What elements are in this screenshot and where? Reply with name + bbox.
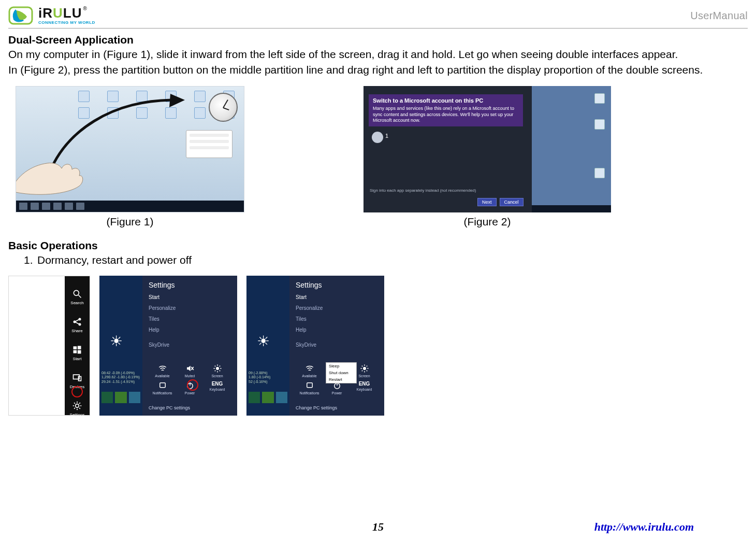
settings-figure-2: ☀ 09 (-2.88%) 1.80 (-0.14%) 52 (-0.16%) …: [246, 276, 384, 416]
svg-rect-7: [78, 346, 81, 350]
svg-rect-6: [74, 346, 77, 349]
wifi-status: Available: [149, 364, 176, 378]
weather-icon: ☀: [257, 333, 270, 350]
figure-2-caption: (Figure 2): [463, 216, 511, 228]
notifications-icon: [158, 381, 167, 390]
power-menu-shutdown: Shut down: [326, 369, 356, 376]
settings-wifi: SkyDrive: [296, 342, 378, 348]
next-button: Next: [477, 198, 497, 206]
page-header: iRULU® CONNECTING MY WORLD UserManual: [8, 4, 748, 27]
power-menu: Sleep Shut down Restart: [326, 362, 357, 383]
page-footer: 15 http://www.irulu.com: [0, 520, 756, 534]
settings-opt-personalize: Personalize: [149, 305, 231, 311]
settings-opt-tiles: Tiles: [296, 316, 378, 322]
settings-opt-start: Start: [149, 294, 231, 300]
windows-icon: [72, 345, 82, 355]
settings-opt-personalize: Personalize: [296, 305, 378, 311]
doc-title: UserManual: [690, 10, 748, 22]
brand-name: iRULU®: [38, 6, 95, 20]
share-icon: [72, 317, 82, 327]
settings-opt-help: Help: [296, 327, 378, 333]
brand-tagline: CONNECTING MY WORLD: [38, 21, 95, 25]
dual-screen-para-1: On my computer in (Figure 1), slide it i…: [8, 47, 748, 62]
hand-gesture-icon: [16, 139, 83, 196]
footer-url: http://www.irulu.com: [594, 520, 694, 534]
svg-point-21: [363, 367, 366, 370]
page-number: 15: [372, 520, 384, 534]
charms-bar-figure: Search Share Start Devices Settings: [8, 276, 90, 416]
devices-icon: [72, 373, 82, 383]
wifi-status: Available: [296, 364, 323, 378]
notifications-status: Notifications: [149, 381, 176, 395]
svg-rect-9: [78, 350, 81, 354]
svg-rect-22: [307, 383, 312, 388]
list-item-text: Dormancy, restart and power off: [37, 254, 192, 266]
brightness-icon: [360, 364, 369, 373]
weather-icon: ☀: [110, 333, 123, 350]
figure-1-caption: (Figure 1): [106, 216, 153, 228]
search-icon: [72, 289, 82, 299]
settings-wifi: SkyDrive: [149, 342, 231, 348]
notifications-icon: [305, 381, 314, 390]
figure-2-image: Switch to a Microsoft account on this PC…: [364, 86, 611, 212]
highlight-ring-icon: [187, 379, 198, 391]
change-pc-settings: Change PC settings: [149, 405, 231, 410]
user-avatar-icon: [372, 132, 383, 143]
volume-status: Muted: [176, 364, 203, 378]
wifi-icon: [158, 364, 167, 373]
settings-header: Settings: [296, 281, 378, 289]
charm-start: Start: [72, 345, 82, 361]
brightness-icon: [213, 364, 222, 373]
charm-settings: Settings: [70, 401, 85, 417]
list-number: 1.: [24, 253, 37, 267]
logo: iRULU® CONNECTING MY WORLD: [8, 6, 95, 25]
settings-header: Settings: [149, 281, 231, 289]
dual-screen-para-2: In (Figure 2), press the partition butto…: [8, 63, 748, 77]
speaker-icon: [185, 364, 195, 373]
logo-mark-icon: [8, 6, 33, 25]
dual-screen-heading: Dual-Screen Application: [8, 34, 748, 46]
change-pc-settings: Change PC settings: [296, 405, 378, 410]
svg-point-1: [74, 290, 79, 295]
brightness-status: Screen: [203, 364, 231, 378]
svg-rect-16: [159, 383, 165, 388]
charm-share: Share: [71, 317, 82, 333]
keyboard-status: ENGKeyboard: [203, 381, 231, 395]
stock-quotes: 09 (-2.88%) 1.80 (-0.14%) 52 (-0.16%): [249, 371, 270, 384]
svg-point-15: [216, 367, 219, 370]
account-note: Sign into each app separately instead (n…: [370, 188, 518, 193]
power-menu-restart: Restart: [326, 376, 356, 383]
svg-rect-8: [74, 350, 77, 353]
settings-opt-help: Help: [149, 327, 231, 333]
account-banner: Switch to a Microsoft account on this PC…: [369, 94, 523, 127]
notifications-status: Notifications: [296, 381, 323, 395]
figure-1-image: [16, 86, 244, 212]
settings-opt-tiles: Tiles: [149, 316, 231, 322]
highlight-ring-icon: [71, 386, 83, 397]
gear-icon: [72, 401, 82, 411]
stock-quotes: 08:42 -0.09 (-6.09%) 1,290.62 -1.80 (-0.…: [101, 371, 140, 384]
basic-operations-list: 1.Dormancy, restart and power off: [8, 253, 748, 267]
wifi-icon: [305, 364, 314, 373]
power-menu-sleep: Sleep: [326, 363, 356, 369]
charm-search: Search: [70, 289, 83, 305]
basic-operations-heading: Basic Operations: [8, 239, 748, 252]
settings-opt-start: Start: [296, 294, 378, 300]
cancel-button: Cancel: [500, 198, 524, 206]
figure-2: Switch to a Microsoft account on this PC…: [364, 86, 611, 228]
figure-1: (Figure 1): [16, 86, 244, 228]
header-divider: [8, 28, 748, 29]
clock-icon: [209, 93, 238, 122]
svg-point-12: [76, 404, 79, 408]
settings-figure-1: ☀ 08:42 -0.09 (-6.09%) 1,290.62 -1.80 (-…: [99, 276, 237, 416]
svg-line-2: [78, 295, 81, 298]
